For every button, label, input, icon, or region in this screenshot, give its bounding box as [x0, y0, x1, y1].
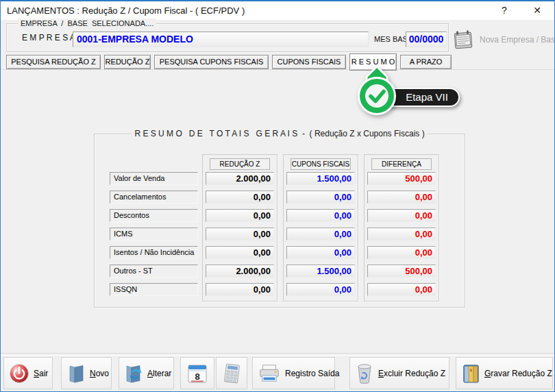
- sair-label: Sair: [34, 369, 48, 378]
- row-label-valor-de-venda: Valor de Venda: [110, 172, 198, 185]
- value-cell: 0,00: [367, 209, 436, 222]
- folder-sync-icon: [124, 363, 143, 384]
- novo-label: Novo: [90, 369, 109, 378]
- nova-empresa-button[interactable]: Nova Empresa / Base: [452, 27, 554, 53]
- value-cell: 0,00: [206, 209, 274, 222]
- value-cell: 0,00: [367, 191, 436, 204]
- notebook-icon: [452, 29, 475, 51]
- value-cell: 0,00: [367, 283, 436, 296]
- value-cell: 0,00: [206, 191, 274, 204]
- resumo-groupbox-legend: R E S U M O D E T O T A I S G E R A I S …: [132, 129, 427, 138]
- resumo-groupbox: R E S U M O D E T O T A I S G E R A I S …: [94, 134, 465, 308]
- row-label-cancelamentos: Cancelamentos: [110, 191, 198, 204]
- row-label-icms: ICMS: [110, 228, 198, 241]
- registro-saida-button[interactable]: Registro Saída: [252, 357, 335, 389]
- value-cell: 0,00: [206, 228, 274, 241]
- calendar-button[interactable]: 8: [180, 357, 214, 389]
- power-icon: [9, 363, 29, 384]
- value-cell: 2.000,00: [206, 172, 274, 185]
- tab-cupons-fiscais[interactable]: CUPONS FISCAIS: [272, 55, 346, 69]
- column-header-cupons-fiscais: CUPONS FISCAIS: [291, 158, 351, 170]
- printer-icon: [258, 363, 281, 384]
- svg-text:8: 8: [195, 371, 199, 381]
- calendar-icon: 8: [186, 363, 208, 384]
- value-cell: 0,00: [286, 209, 355, 222]
- value-cell: 0,00: [286, 246, 355, 259]
- trash-icon: [355, 363, 374, 384]
- empresa-label: E M P R E S A: [22, 33, 75, 42]
- tab-strip-divider: [1, 69, 554, 70]
- value-cell: 1.500,00: [286, 172, 355, 185]
- calculator-icon: [221, 363, 242, 384]
- row-label-outros-st: Outros - ST: [110, 265, 198, 278]
- row-label-descontos: Descontos: [110, 209, 198, 222]
- empresa-groupbox: EMPRESA / BASE SELECIONADA.... E M P R E…: [6, 23, 449, 52]
- alterar-label: Alterar: [147, 369, 171, 378]
- toolbar-divider: [1, 353, 554, 356]
- tab-reducao-z[interactable]: REDUÇÃO Z: [104, 55, 151, 69]
- save-folder-icon: [461, 363, 480, 384]
- value-cell: 0,00: [286, 191, 355, 204]
- close-button[interactable]: ✕: [527, 3, 547, 18]
- column-header-diferenca: DIFERENÇA: [371, 158, 432, 170]
- empresa-groupbox-legend: EMPRESA / BASE SELECIONADA....: [18, 19, 156, 28]
- column-header-reducao-z: REDUÇÃO Z: [210, 158, 270, 170]
- sair-button[interactable]: Sair: [3, 357, 53, 389]
- help-button[interactable]: ?: [494, 3, 515, 18]
- excluir-reducao-z-button[interactable]: Excluir Redução Z: [349, 357, 449, 389]
- value-cell: 0,00: [367, 228, 436, 241]
- excluir-label: Excluir Redução Z: [378, 369, 445, 378]
- empresa-input[interactable]: 0001-EMPRESA MODELO: [73, 32, 369, 47]
- alterar-button[interactable]: Alterar: [119, 357, 174, 389]
- row-label-issqn: ISSQN: [110, 283, 198, 296]
- value-cell: 500,00: [367, 172, 436, 185]
- check-badge-icon: [352, 66, 402, 119]
- app-window: LANÇAMENTOS : Redução Z / Cupom Fiscal -…: [0, 0, 555, 392]
- registro-saida-label: Registro Saída: [285, 369, 339, 378]
- value-cell: 0,00: [286, 228, 355, 241]
- tab-a-prazo[interactable]: A PRAZO: [400, 55, 452, 69]
- window-title: LANÇAMENTOS : Redução Z / Cupom Fiscal -…: [7, 5, 245, 16]
- tab-pesquisa-reducao-z[interactable]: PESQUISA REDUÇÃO Z: [6, 55, 101, 69]
- value-cell: 2.000,00: [206, 265, 274, 278]
- calculator-button[interactable]: [216, 357, 247, 389]
- row-label-isentos: Isentos / Não Incidência: [110, 246, 198, 259]
- gravar-reducao-z-button[interactable]: Gravar Redução Z: [456, 357, 553, 389]
- title-bar: LANÇAMENTOS : Redução Z / Cupom Fiscal -…: [1, 1, 554, 20]
- novo-button[interactable]: Novo: [61, 357, 112, 389]
- value-cell: 0,00: [367, 246, 436, 259]
- value-cell: 0,00: [286, 283, 355, 296]
- mes-base-input[interactable]: 00/0000: [406, 32, 447, 47]
- value-cell: 1.500,00: [286, 265, 355, 278]
- folder-icon: [66, 363, 86, 384]
- gravar-label: Gravar Redução Z: [484, 369, 552, 378]
- value-cell: 0,00: [206, 246, 274, 259]
- nova-empresa-label: Nova Empresa / Base: [480, 35, 555, 45]
- tab-pesquisa-cupons-fiscais[interactable]: PESQUISA CUPONS FISCAIS: [154, 55, 269, 69]
- value-cell: 0,00: [206, 283, 274, 296]
- value-cell: 500,00: [367, 265, 436, 278]
